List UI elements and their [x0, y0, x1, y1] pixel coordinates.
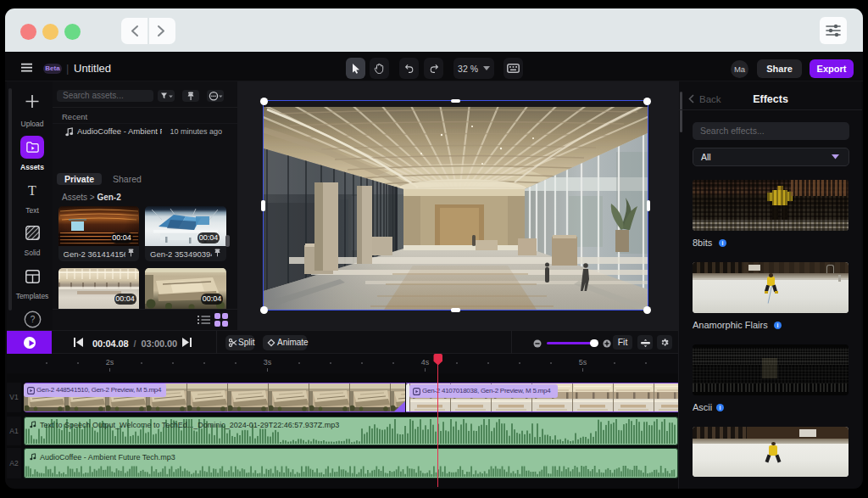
- svg-text:?: ?: [30, 315, 35, 324]
